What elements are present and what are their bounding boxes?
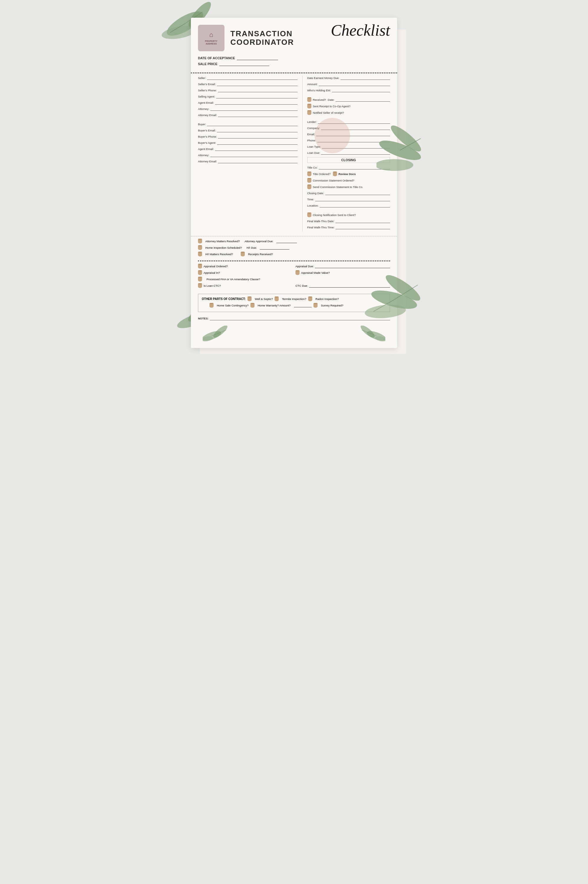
home-warranty-label: Home Warranty? Amount? [258, 304, 291, 307]
buyer-label: Buyer: [198, 123, 206, 126]
final-walkthru-time-field[interactable] [336, 225, 390, 229]
hi-matters-row: H/I Matters Resolved? Receipts Received? [198, 252, 390, 257]
date-price-section: DATE OF ACCEPTANCE SALE PRICE [191, 56, 397, 70]
closing-date-field[interactable] [325, 191, 390, 195]
hi-due-label: H/I Due: [247, 246, 257, 249]
earnest-due-field[interactable] [340, 76, 390, 80]
closing-date-row: Closing Date: [307, 191, 390, 195]
seller-phone-label: Seller's Phone: [198, 89, 217, 92]
left-column: Seller: Seller's Email: Seller's Phone: … [198, 76, 297, 231]
checkbox-commission-ordered[interactable] [307, 178, 311, 183]
buyer-phone-field[interactable] [218, 134, 297, 138]
home-sale-label: Home Sale Contingency? [217, 304, 249, 307]
checkbox-receipts[interactable] [241, 252, 245, 257]
final-walkthru-date-field[interactable] [336, 219, 390, 223]
other-parts-row1: OTHER PARTS OF CONTRACT: Well & Septic? … [202, 296, 386, 301]
final-walkthru-date-label: Final Walk-Thru Date: [307, 219, 334, 223]
loan-ctc-row: Is Loan CTC? CTC Due: [198, 283, 390, 288]
buyer-agent-field[interactable] [217, 141, 297, 145]
appraisal-due-field[interactable] [315, 264, 390, 268]
checkbox-appraisal-made[interactable] [296, 270, 300, 275]
amount-field[interactable] [319, 82, 390, 86]
checkbox-notified-seller[interactable] [307, 110, 311, 115]
appraisal-made-label: Appraisal Made Value? [301, 271, 330, 274]
home-inspection-label: Home Inspection Scheduled? [206, 246, 242, 249]
checkbox-appraisal-ordered[interactable] [198, 264, 202, 269]
buyer-attorney-email-field[interactable] [218, 159, 297, 163]
location-field[interactable] [320, 203, 390, 207]
buyer-row: Buyer: [198, 122, 297, 126]
checkbox-well-septic[interactable] [248, 296, 252, 301]
notes-field[interactable] [210, 316, 390, 320]
fha-va-label: Processed FHA or VA Amendatory Clause? [207, 278, 260, 281]
buyer-email-label: Buyer's Email: [198, 129, 216, 132]
checkbox-radon[interactable] [308, 296, 312, 301]
receipts-label: Receipts Received? [248, 252, 273, 256]
closing-date-label: Closing Date: [307, 192, 324, 195]
seller-email-label: Seller's Email: [198, 83, 216, 86]
decorative-circle [315, 118, 350, 153]
buyer-agent-email-field[interactable] [215, 147, 297, 151]
checkbox-review-docs[interactable] [333, 171, 337, 176]
leaf-mid-right [376, 121, 429, 187]
agent-email-row: Agent Email: [198, 101, 297, 105]
attorney-field[interactable] [210, 107, 297, 111]
attorney-email-label: Attorney Email: [198, 113, 217, 117]
checkbox-home-sale[interactable] [210, 303, 214, 308]
agent-email-field[interactable] [215, 101, 297, 105]
earnest-due-label: Date Earnest Money Due: [307, 76, 339, 80]
seller-label: Seller: [198, 76, 206, 80]
buyer-phone-label: Buyer's Phone: [198, 135, 217, 138]
seller-email-field[interactable] [217, 82, 297, 86]
attorney-email-row: Attorney Email: [198, 113, 297, 117]
attorney-approval-field[interactable] [276, 239, 297, 243]
checkbox-home-inspection[interactable] [198, 245, 202, 250]
time-row: Time: [307, 197, 390, 201]
closing-notification-label: Closing Notification Sent to Client? [313, 213, 356, 216]
seller-field[interactable] [207, 76, 297, 80]
date-acceptance-field[interactable] [237, 56, 278, 60]
hi-due-field[interactable] [260, 245, 289, 249]
appraisal-ordered-row: Appraisal Ordered? Appraisal Due: [198, 264, 390, 269]
radon-label: Radon Inspection? [315, 297, 339, 300]
received-label: Received? [313, 98, 326, 101]
buyer-attorney-row: Attorney: [198, 153, 297, 157]
seller-phone-field[interactable] [218, 88, 297, 92]
checkbox-loan-ctc[interactable] [198, 283, 202, 288]
appraisal-due-label: Appraisal Due: [296, 265, 314, 268]
warranty-amount-field[interactable] [294, 303, 312, 307]
whos-holding-field[interactable] [332, 88, 390, 92]
checkbox-received[interactable] [307, 97, 311, 102]
appraisal-ordered-half: Appraisal Ordered? [198, 264, 292, 269]
amount-row: Amount: [307, 82, 390, 86]
final-walkthru-time-label: Final Walk-Thru Time: [307, 226, 334, 229]
buyer-field[interactable] [207, 122, 297, 126]
checkbox-home-warranty[interactable] [250, 303, 255, 308]
date-acceptance-label: DATE OF ACCEPTANCE [198, 56, 235, 60]
checkbox-send-commission[interactable] [307, 185, 311, 189]
checkbox-closing-notification[interactable] [307, 212, 311, 217]
checkbox-survey[interactable] [314, 303, 318, 308]
checkbox-title-ordered[interactable] [307, 171, 311, 176]
received-date-field[interactable] [336, 98, 390, 102]
selling-agent-field[interactable] [216, 94, 297, 98]
time-field[interactable] [315, 197, 390, 201]
checkbox-termite[interactable] [274, 296, 279, 301]
checkbox-hi-matters[interactable] [198, 252, 202, 257]
checkbox-appraisal-in[interactable] [198, 270, 202, 275]
sent-receipt-label: Sent Receipt to Co-Op Agent? [313, 105, 351, 108]
attorney-email-field[interactable] [218, 113, 297, 117]
checkbox-fha-va[interactable] [198, 277, 202, 281]
bottom-leaf-left-svg [202, 326, 232, 343]
appraisal-due-half: Appraisal Due: [296, 264, 390, 268]
checkbox-sent-receipt[interactable] [307, 104, 311, 108]
appraisal-in-row: Appraisal In? Appraisal Made Value? [198, 270, 390, 275]
buyer-email-field[interactable] [217, 128, 297, 132]
buyer-attorney-field[interactable] [210, 153, 297, 157]
sale-price-field[interactable] [219, 62, 269, 66]
notified-seller-label: Notified Seller of receipt? [313, 111, 344, 114]
seller-row: Seller: [198, 76, 297, 80]
attorney-matters-row: Attorney Matters Resolved? Attorney Appr… [198, 239, 390, 243]
sale-price-label: SALE PRICE [198, 62, 218, 66]
checkbox-attorney-matters[interactable] [198, 239, 202, 243]
